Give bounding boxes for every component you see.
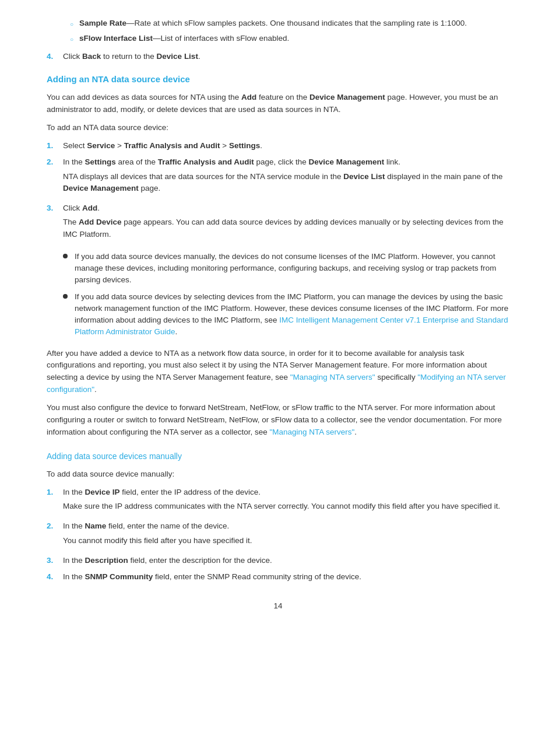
step4-text1: Click bbox=[63, 52, 82, 61]
nta-step3-text2: . bbox=[97, 204, 100, 212]
adding-nta-para4: You must also configure the device to fo… bbox=[47, 402, 509, 439]
adding-manual-intro: To add data source device manually: bbox=[47, 468, 509, 481]
nta-step2-text2: area of the bbox=[116, 158, 158, 166]
manual-step1: 1. In the Device IP field, enter the IP … bbox=[47, 487, 509, 516]
nta-step3-sub: The Add Device page appears. You can add… bbox=[63, 216, 509, 240]
intro-bullets: ○ Sample Rate—Rate at which sFlow sample… bbox=[70, 18, 509, 45]
nta-step3-sub-text2: page appears. You can add data source de… bbox=[63, 218, 504, 238]
nta-step2: 2. In the Settings area of the Traffic A… bbox=[47, 156, 509, 198]
manual-step4-content: In the SNMP Community field, enter the S… bbox=[63, 571, 509, 583]
managing-nta-link2[interactable]: "Managing NTA servers" bbox=[269, 428, 354, 436]
sub-bullet-1-text: If you add data source devices manually,… bbox=[75, 251, 509, 286]
manual-step2-num: 2. bbox=[47, 520, 63, 532]
manual-step3-content: In the Description field, enter the desc… bbox=[63, 555, 509, 566]
nta-step3-content: Click Add. bbox=[63, 202, 509, 214]
nta-step2-sub-text3: page. bbox=[139, 184, 161, 192]
nta-step2-sub-bold2: Device Management bbox=[63, 184, 139, 192]
manual-step2: 2. In the Name field, enter the name of … bbox=[47, 520, 509, 550]
sub-bullet-dot-2 bbox=[63, 294, 68, 299]
nta-step3-num: 3. bbox=[47, 202, 63, 214]
nta-step2-bold3: Device Management bbox=[308, 158, 384, 166]
nta-step1-text4: . bbox=[260, 141, 262, 150]
adding-nta-para3: After you have added a device to NTA as … bbox=[47, 348, 509, 397]
manual-step4-text1: In the bbox=[63, 572, 85, 581]
manual-step2-content: In the Name field, enter the name of the… bbox=[63, 520, 509, 532]
manual-step1-text2: field, enter the IP address of the devic… bbox=[120, 488, 261, 496]
bullet-circle-icon2: ○ bbox=[70, 35, 73, 44]
nta-step2-bold1: Settings bbox=[85, 158, 116, 166]
manual-step1-text1: In the bbox=[63, 488, 85, 496]
nta-para1-bold2: Device Management bbox=[309, 93, 385, 102]
para4-text2: . bbox=[354, 428, 357, 436]
sub-bullet-dot-1 bbox=[63, 254, 68, 258]
nta-step1-bold1: Service bbox=[87, 141, 115, 150]
step4-text3: . bbox=[198, 52, 200, 61]
sample-rate-body: —Rate at which sFlow samples packets. On… bbox=[126, 19, 467, 27]
nta-step2-content: In the Settings area of the Traffic Anal… bbox=[63, 156, 509, 168]
managing-nta-link1[interactable]: "Managing NTA servers" bbox=[290, 373, 375, 382]
nta-step2-bold2: Traffic Analysis and Audit bbox=[158, 158, 254, 166]
manual-step3-text1: In the bbox=[63, 556, 85, 565]
sflow-list-label: sFlow Interface List bbox=[79, 34, 153, 43]
nta-step3-bullets: If you add data source devices manually,… bbox=[63, 247, 509, 343]
adding-nta-para2: To add an NTA data source device: bbox=[47, 122, 509, 134]
manual-step4-text2: field, enter the SNMP Read community str… bbox=[153, 572, 361, 581]
bullet-sample-rate-text: Sample Rate—Rate at which sFlow samples … bbox=[79, 18, 509, 29]
nta-step1-text2: > bbox=[115, 141, 124, 150]
bullet-sample-rate: ○ Sample Rate—Rate at which sFlow sample… bbox=[70, 18, 509, 29]
sub-bullet-2: If you add data source devices by select… bbox=[63, 291, 509, 338]
sub-bullet-1: If you add data source devices manually,… bbox=[63, 251, 509, 286]
manual-step1-content: In the Device IP field, enter the IP add… bbox=[63, 487, 509, 498]
adding-nta-para1: You can add devices as data sources for … bbox=[47, 92, 509, 116]
nta-step1-bold3: Settings bbox=[229, 141, 260, 150]
adding-nta-heading: Adding an NTA data source device bbox=[47, 73, 509, 86]
adding-manual-heading: Adding data source devices manually bbox=[47, 450, 509, 463]
manual-step1-bold1: Device IP bbox=[85, 488, 120, 496]
nta-step3-bold1: Add bbox=[82, 204, 97, 212]
bullet-sflow-list-text: sFlow Interface List—List of interfaces … bbox=[79, 33, 509, 44]
sub-bullet-2-text2: . bbox=[175, 327, 178, 336]
nta-step2-num: 2. bbox=[47, 156, 63, 168]
nta-step2-text3: page, click the bbox=[254, 158, 309, 166]
step4-text2: to return to the bbox=[101, 52, 156, 61]
step4-bold2: Device List bbox=[157, 52, 198, 61]
nta-step3-sub-bold1: Add Device bbox=[79, 218, 122, 226]
manual-step2-text1: In the bbox=[63, 522, 85, 530]
manual-step3-text2: field, enter the description for the dev… bbox=[128, 556, 272, 565]
nta-para1-bold1: Add bbox=[241, 93, 256, 102]
manual-step3: 3. In the Description field, enter the d… bbox=[47, 555, 509, 566]
manual-step1-sub: Make sure the IP address communicates wi… bbox=[63, 501, 509, 512]
manual-step3-bold1: Description bbox=[85, 556, 128, 565]
nta-step2-sub-text1: NTA displays all devices that are data s… bbox=[63, 172, 343, 181]
sample-rate-label: Sample Rate bbox=[79, 19, 126, 27]
step4-num: 4. bbox=[47, 51, 63, 62]
manual-step3-num: 3. bbox=[47, 555, 63, 566]
page-container: ○ Sample Rate—Rate at which sFlow sample… bbox=[0, 0, 556, 756]
manual-step2-text2: field, enter the name of the device. bbox=[106, 522, 229, 530]
manual-step2-sub: You cannot modify this field after you h… bbox=[63, 535, 509, 547]
sflow-list-body: —List of interfaces with sFlow enabled. bbox=[153, 34, 289, 43]
page-number: 14 bbox=[47, 600, 509, 612]
nta-step2-sub-bold1: Device List bbox=[343, 172, 385, 181]
para3b-text: specifically bbox=[375, 373, 418, 382]
nta-step3: 3. Click Add. The Add Device page appear… bbox=[47, 202, 509, 343]
nta-step2-sub-text2: displayed in the main pane of the bbox=[385, 172, 503, 181]
nta-step1-num: 1. bbox=[47, 140, 63, 152]
nta-para1-text2: feature on the bbox=[256, 93, 309, 102]
step4-bold1: Back bbox=[82, 52, 101, 61]
nta-step1-bold2: Traffic Analysis and Audit bbox=[124, 141, 220, 150]
nta-step2-sub: NTA displays all devices that are data s… bbox=[63, 171, 509, 195]
manual-step4-num: 4. bbox=[47, 571, 63, 583]
step-4-click-back: 4. Click Back to return to the Device Li… bbox=[47, 51, 509, 62]
nta-step1-content: Select Service > Traffic Analysis and Au… bbox=[63, 140, 509, 152]
nta-para1-text1: You can add devices as data sources for … bbox=[47, 93, 241, 102]
nta-step3-text1: Click bbox=[63, 204, 82, 212]
sub-bullet-2-text: If you add data source devices by select… bbox=[75, 291, 509, 338]
nta-step2-text4: link. bbox=[384, 158, 400, 166]
para3c-text: . bbox=[94, 385, 97, 394]
bullet-sflow-list: ○ sFlow Interface List—List of interface… bbox=[70, 33, 509, 44]
managing-nta-link1-text: "Managing NTA servers" bbox=[290, 373, 375, 382]
step4-text: Click Back to return to the Device List. bbox=[63, 51, 509, 62]
manual-step1-num: 1. bbox=[47, 487, 63, 498]
nta-step1: 1. Select Service > Traffic Analysis and… bbox=[47, 140, 509, 152]
